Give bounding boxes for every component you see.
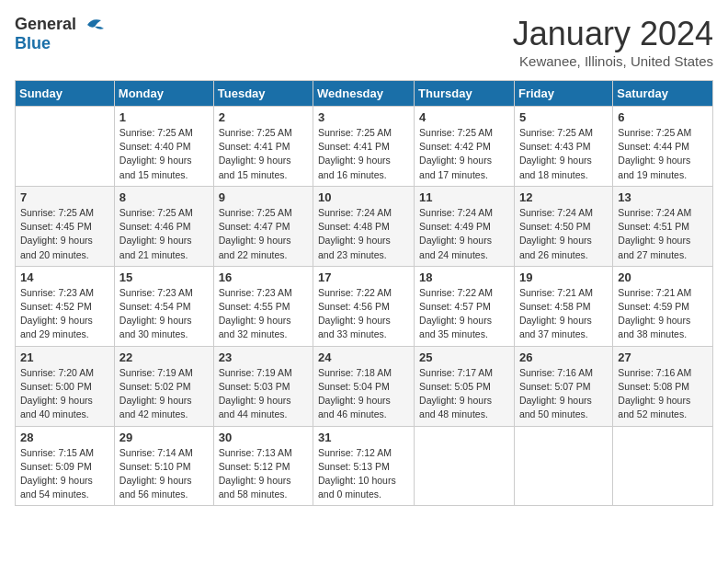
day-number: 6 xyxy=(618,110,708,124)
table-row: 25 Sunrise: 7:17 AMSunset: 5:05 PMDaylig… xyxy=(415,346,515,426)
table-row: 31 Sunrise: 7:12 AMSunset: 5:13 PMDaylig… xyxy=(313,426,415,506)
table-row: 18 Sunrise: 7:22 AMSunset: 4:57 PMDaylig… xyxy=(415,266,515,346)
table-row: 23 Sunrise: 7:19 AMSunset: 5:03 PMDaylig… xyxy=(213,346,313,426)
page-header: General Blue January 2024 Kewanee, Illin… xyxy=(15,15,713,69)
table-row: 11 Sunrise: 7:24 AMSunset: 4:49 PMDaylig… xyxy=(415,186,515,266)
day-detail: Sunrise: 7:13 AMSunset: 5:12 PMDaylight:… xyxy=(219,447,292,500)
day-detail: Sunrise: 7:24 AMSunset: 4:50 PMDaylight:… xyxy=(519,207,593,260)
day-number: 25 xyxy=(419,350,509,364)
day-number: 22 xyxy=(119,350,209,364)
table-row xyxy=(514,426,612,506)
day-detail: Sunrise: 7:17 AMSunset: 5:05 PMDaylight:… xyxy=(419,367,493,420)
col-thursday: Thursday xyxy=(415,81,515,107)
calendar-subtitle: Kewanee, Illinois, United States xyxy=(513,53,713,69)
day-number: 13 xyxy=(618,190,708,204)
day-detail: Sunrise: 7:18 AMSunset: 5:04 PMDaylight:… xyxy=(318,367,392,420)
day-detail: Sunrise: 7:25 AMSunset: 4:43 PMDaylight:… xyxy=(519,127,593,180)
table-row: 14 Sunrise: 7:23 AMSunset: 4:52 PMDaylig… xyxy=(16,266,115,346)
calendar-week-5: 28 Sunrise: 7:15 AMSunset: 5:09 PMDaylig… xyxy=(16,426,713,506)
day-number: 19 xyxy=(519,270,608,284)
table-row xyxy=(613,426,713,506)
day-detail: Sunrise: 7:25 AMSunset: 4:45 PMDaylight:… xyxy=(20,207,94,260)
day-number: 20 xyxy=(618,270,708,284)
day-number: 2 xyxy=(219,110,308,124)
table-row: 1 Sunrise: 7:25 AMSunset: 4:40 PMDayligh… xyxy=(114,107,213,187)
day-detail: Sunrise: 7:25 AMSunset: 4:41 PMDaylight:… xyxy=(318,127,392,180)
day-detail: Sunrise: 7:25 AMSunset: 4:42 PMDaylight:… xyxy=(419,127,493,180)
day-number: 3 xyxy=(318,110,409,124)
table-row: 7 Sunrise: 7:25 AMSunset: 4:45 PMDayligh… xyxy=(16,186,115,266)
day-detail: Sunrise: 7:25 AMSunset: 4:44 PMDaylight:… xyxy=(618,127,691,180)
table-row: 19 Sunrise: 7:21 AMSunset: 4:58 PMDaylig… xyxy=(514,266,612,346)
table-row: 5 Sunrise: 7:25 AMSunset: 4:43 PMDayligh… xyxy=(514,107,612,187)
day-detail: Sunrise: 7:22 AMSunset: 4:56 PMDaylight:… xyxy=(318,287,392,340)
logo-general: General xyxy=(15,15,76,34)
calendar-title: January 2024 xyxy=(513,15,713,53)
day-number: 14 xyxy=(20,270,109,284)
day-detail: Sunrise: 7:25 AMSunset: 4:47 PMDaylight:… xyxy=(219,207,292,260)
table-row: 3 Sunrise: 7:25 AMSunset: 4:41 PMDayligh… xyxy=(313,107,415,187)
day-number: 12 xyxy=(519,190,608,204)
day-detail: Sunrise: 7:21 AMSunset: 4:58 PMDaylight:… xyxy=(519,287,593,340)
day-detail: Sunrise: 7:24 AMSunset: 4:49 PMDaylight:… xyxy=(419,207,493,260)
col-saturday: Saturday xyxy=(613,81,713,107)
table-row: 27 Sunrise: 7:16 AMSunset: 5:08 PMDaylig… xyxy=(613,346,713,426)
day-detail: Sunrise: 7:21 AMSunset: 4:59 PMDaylight:… xyxy=(618,287,691,340)
day-detail: Sunrise: 7:25 AMSunset: 4:41 PMDaylight:… xyxy=(219,127,292,180)
day-detail: Sunrise: 7:25 AMSunset: 4:40 PMDaylight:… xyxy=(119,127,193,180)
day-detail: Sunrise: 7:23 AMSunset: 4:52 PMDaylight:… xyxy=(20,287,94,340)
col-wednesday: Wednesday xyxy=(313,81,415,107)
table-row: 13 Sunrise: 7:24 AMSunset: 4:51 PMDaylig… xyxy=(613,186,713,266)
logo-bird-icon xyxy=(78,16,106,34)
day-detail: Sunrise: 7:24 AMSunset: 4:48 PMDaylight:… xyxy=(318,207,392,260)
col-friday: Friday xyxy=(514,81,612,107)
day-detail: Sunrise: 7:25 AMSunset: 4:46 PMDaylight:… xyxy=(119,207,193,260)
header-row: Sunday Monday Tuesday Wednesday Thursday… xyxy=(16,81,713,107)
col-tuesday: Tuesday xyxy=(213,81,313,107)
table-row: 15 Sunrise: 7:23 AMSunset: 4:54 PMDaylig… xyxy=(114,266,213,346)
table-row: 17 Sunrise: 7:22 AMSunset: 4:56 PMDaylig… xyxy=(313,266,415,346)
table-row: 9 Sunrise: 7:25 AMSunset: 4:47 PMDayligh… xyxy=(213,186,313,266)
table-row: 16 Sunrise: 7:23 AMSunset: 4:55 PMDaylig… xyxy=(213,266,313,346)
day-number: 9 xyxy=(219,190,308,204)
day-number: 29 xyxy=(119,431,209,444)
day-number: 31 xyxy=(318,431,409,444)
calendar-week-1: 1 Sunrise: 7:25 AMSunset: 4:40 PMDayligh… xyxy=(16,107,713,187)
day-detail: Sunrise: 7:14 AMSunset: 5:10 PMDaylight:… xyxy=(119,447,193,500)
day-number: 10 xyxy=(318,190,409,204)
day-detail: Sunrise: 7:23 AMSunset: 4:54 PMDaylight:… xyxy=(119,287,193,340)
day-detail: Sunrise: 7:22 AMSunset: 4:57 PMDaylight:… xyxy=(419,287,493,340)
calendar-week-4: 21 Sunrise: 7:20 AMSunset: 5:00 PMDaylig… xyxy=(16,346,713,426)
day-number: 5 xyxy=(519,110,608,124)
day-number: 4 xyxy=(419,110,509,124)
day-number: 26 xyxy=(519,350,608,364)
table-row: 22 Sunrise: 7:19 AMSunset: 5:02 PMDaylig… xyxy=(114,346,213,426)
table-row: 10 Sunrise: 7:24 AMSunset: 4:48 PMDaylig… xyxy=(313,186,415,266)
table-row: 6 Sunrise: 7:25 AMSunset: 4:44 PMDayligh… xyxy=(613,107,713,187)
logo-blue: Blue xyxy=(15,34,51,53)
col-monday: Monday xyxy=(114,81,213,107)
day-detail: Sunrise: 7:16 AMSunset: 5:08 PMDaylight:… xyxy=(618,367,691,420)
calendar-table: Sunday Monday Tuesday Wednesday Thursday… xyxy=(15,80,713,506)
col-sunday: Sunday xyxy=(16,81,115,107)
day-number: 30 xyxy=(219,431,308,444)
logo: General Blue xyxy=(15,15,106,53)
day-detail: Sunrise: 7:23 AMSunset: 4:55 PMDaylight:… xyxy=(219,287,292,340)
day-detail: Sunrise: 7:12 AMSunset: 5:13 PMDaylight:… xyxy=(318,447,396,500)
day-number: 16 xyxy=(219,270,308,284)
day-number: 1 xyxy=(119,110,209,124)
day-detail: Sunrise: 7:16 AMSunset: 5:07 PMDaylight:… xyxy=(519,367,593,420)
day-number: 27 xyxy=(618,350,708,364)
table-row xyxy=(16,107,115,187)
day-number: 8 xyxy=(119,190,209,204)
table-row: 12 Sunrise: 7:24 AMSunset: 4:50 PMDaylig… xyxy=(514,186,612,266)
day-detail: Sunrise: 7:19 AMSunset: 5:02 PMDaylight:… xyxy=(119,367,193,420)
table-row: 26 Sunrise: 7:16 AMSunset: 5:07 PMDaylig… xyxy=(514,346,612,426)
day-number: 23 xyxy=(219,350,308,364)
day-number: 15 xyxy=(119,270,209,284)
title-block: January 2024 Kewanee, Illinois, United S… xyxy=(513,15,713,69)
day-detail: Sunrise: 7:15 AMSunset: 5:09 PMDaylight:… xyxy=(20,447,94,500)
table-row: 24 Sunrise: 7:18 AMSunset: 5:04 PMDaylig… xyxy=(313,346,415,426)
day-number: 28 xyxy=(20,431,109,444)
table-row: 21 Sunrise: 7:20 AMSunset: 5:00 PMDaylig… xyxy=(16,346,115,426)
